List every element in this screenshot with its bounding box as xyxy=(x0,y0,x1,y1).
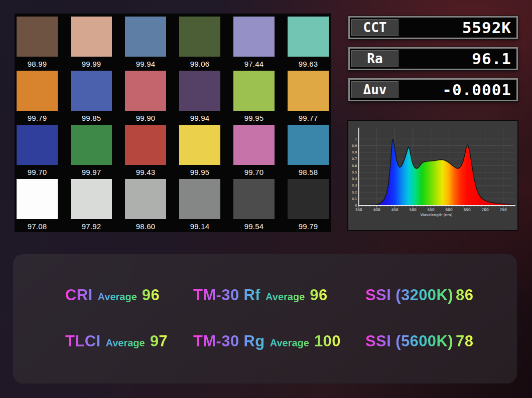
swatch-cell: 99.43 xyxy=(125,125,166,179)
color-swatch xyxy=(17,17,58,57)
swatch-score: 99.85 xyxy=(71,111,112,125)
svg-text:350: 350 xyxy=(355,208,362,212)
color-swatch xyxy=(71,179,112,219)
swatch-score: 99.06 xyxy=(179,57,220,71)
svg-text:0.3: 0.3 xyxy=(352,183,357,187)
readout-value: 96.1 xyxy=(398,50,515,67)
swatch-cell: 99.70 xyxy=(233,125,275,179)
swatch-score: 99.97 xyxy=(71,165,112,179)
swatch-score: 99.14 xyxy=(179,219,220,233)
color-swatch xyxy=(125,179,166,219)
swatch-cell: 99.90 xyxy=(125,71,166,125)
readout-label: CCT xyxy=(351,19,398,36)
swatch-cell: 99.99 xyxy=(71,17,112,71)
metric-tm30-rf: TM-30 RfAverage96 xyxy=(193,286,328,304)
svg-text:0: 0 xyxy=(355,204,357,208)
color-swatch xyxy=(179,125,220,165)
swatch-score: 98.99 xyxy=(17,57,58,71)
readout-ra: Ra96.1 xyxy=(348,47,518,70)
color-swatch xyxy=(288,71,329,111)
color-swatch xyxy=(17,125,58,165)
color-swatch xyxy=(179,17,220,57)
swatch-score: 99.77 xyxy=(288,111,329,125)
color-swatch xyxy=(179,179,220,219)
swatch-cell: 99.14 xyxy=(179,179,220,233)
svg-text:1: 1 xyxy=(355,137,357,141)
color-swatch xyxy=(125,125,166,165)
metric-value: 100 xyxy=(314,332,341,350)
svg-text:0.8: 0.8 xyxy=(352,150,357,154)
svg-text:0.6: 0.6 xyxy=(352,164,357,168)
swatch-score: 99.70 xyxy=(233,165,275,179)
readout-value: -0.0001 xyxy=(398,81,515,98)
swatch-cell: 99.94 xyxy=(179,71,220,125)
swatch-cell: 99.70 xyxy=(17,125,58,179)
metric-value: 86 xyxy=(456,286,473,304)
metrics-panel: CRIAverage96TM-30 RfAverage96SSI (3200K)… xyxy=(13,254,517,383)
swatch-cell: 99.79 xyxy=(288,179,329,233)
color-swatch xyxy=(71,71,112,111)
metric-label: TLCI xyxy=(65,332,100,350)
color-swatch xyxy=(71,17,112,57)
swatch-score: 99.63 xyxy=(288,57,329,71)
swatch-score: 99.94 xyxy=(125,57,166,71)
metric-label: TM-30 Rf xyxy=(193,286,260,304)
metric-value: 78 xyxy=(456,332,473,350)
metric-tm30-rg: TM-30 RgAverage100 xyxy=(193,332,341,350)
svg-text:550: 550 xyxy=(428,208,435,212)
color-swatch xyxy=(233,71,275,111)
swatch-score: 99.94 xyxy=(179,111,220,125)
spectrum-chart-panel: 35040045050055060065070075000.10.20.30.4… xyxy=(347,120,518,231)
spectrum-chart: 35040045050055060065070075000.10.20.30.4… xyxy=(348,121,517,230)
meter-readouts: CCT5592KRa96.1Δuv-0.0001 xyxy=(348,16,518,109)
readout-label: Ra xyxy=(351,50,398,67)
metric-label: TM-30 Rg xyxy=(193,332,265,350)
svg-text:650: 650 xyxy=(464,208,471,212)
metric-sub-label: Average xyxy=(270,337,309,348)
svg-text:600: 600 xyxy=(446,208,453,212)
metric-label: CRI xyxy=(65,286,93,304)
swatch-score: 97.92 xyxy=(71,219,112,233)
swatch-score: 99.70 xyxy=(17,165,58,179)
swatch-score: 99.79 xyxy=(17,111,58,125)
swatch-score: 99.90 xyxy=(125,111,166,125)
metric-label: SSI (5600K) xyxy=(365,332,453,350)
swatch-cell: 99.97 xyxy=(71,125,112,179)
metric-value: 97 xyxy=(150,332,168,350)
metric-sub-label: Average xyxy=(105,337,145,348)
svg-text:0.7: 0.7 xyxy=(352,157,357,161)
svg-text:450: 450 xyxy=(391,208,398,212)
svg-text:0.1: 0.1 xyxy=(352,197,357,201)
color-swatch-grid: 98.9999.9999.9499.0697.4499.6399.7999.85… xyxy=(15,14,331,232)
svg-text:0.4: 0.4 xyxy=(352,177,357,181)
swatch-cell: 99.85 xyxy=(71,71,112,125)
svg-text:0.5: 0.5 xyxy=(352,170,357,174)
svg-text:0.2: 0.2 xyxy=(352,190,357,194)
readout-duv: Δuv-0.0001 xyxy=(348,78,518,101)
swatch-cell: 97.92 xyxy=(71,179,112,233)
swatch-score: 99.95 xyxy=(179,165,220,179)
swatch-score: 99.79 xyxy=(288,219,329,233)
metric-value: 96 xyxy=(142,286,160,304)
color-swatch xyxy=(71,125,112,165)
metric-sub-label: Average xyxy=(265,291,305,302)
svg-text:700: 700 xyxy=(482,208,489,212)
swatch-cell: 97.08 xyxy=(17,179,58,233)
svg-text:500: 500 xyxy=(410,208,417,212)
swatch-cell: 98.60 xyxy=(125,179,166,233)
svg-text:750: 750 xyxy=(499,208,506,212)
svg-text:400: 400 xyxy=(373,208,380,212)
color-swatch xyxy=(17,71,58,111)
readout-cct: CCT5592K xyxy=(348,16,518,39)
swatch-cell: 99.63 xyxy=(288,17,329,71)
color-swatch xyxy=(233,17,275,57)
metric-ssi-3200k: SSI (3200K)86 xyxy=(365,286,473,304)
readout-label: Δuv xyxy=(351,81,398,98)
readout-value: 5592K xyxy=(398,19,515,36)
swatch-score: 98.58 xyxy=(288,165,329,179)
swatch-cell: 99.06 xyxy=(179,17,220,71)
metric-cri: CRIAverage96 xyxy=(65,286,160,304)
swatch-score: 99.43 xyxy=(125,165,166,179)
svg-text:Wavelength (nm): Wavelength (nm) xyxy=(420,213,452,218)
swatch-cell: 98.58 xyxy=(288,125,329,179)
